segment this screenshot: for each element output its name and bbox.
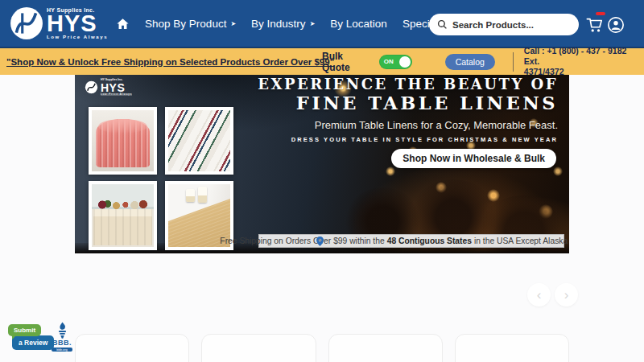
bulk-quote-toggle[interactable]: ON bbox=[379, 55, 412, 69]
brand-logo[interactable]: HY Supplies Inc. HYS Low Price Always bbox=[10, 6, 108, 40]
submit-review-badge[interactable]: Submit bbox=[8, 324, 41, 336]
location-pin-icon bbox=[316, 237, 324, 246]
brand-initials: HYS bbox=[47, 12, 108, 35]
shipping-note: Free Shipping on Orders Over $99 within … bbox=[258, 234, 564, 248]
thumb-buffet-tablecloth bbox=[89, 181, 157, 250]
divider bbox=[513, 52, 514, 72]
brand-logo-text: HY Supplies Inc. HYS Low Price Always bbox=[47, 7, 108, 39]
bbb-accreditation-badge[interactable]: BBB. bbb.org bbox=[52, 322, 72, 352]
cart-badge bbox=[596, 12, 605, 15]
shop-wholesale-button[interactable]: Shop Now in Wholesale & Bulk bbox=[391, 149, 556, 168]
trust-badges: Submit a Review BBB. bbb.org bbox=[6, 322, 71, 360]
home-icon[interactable] bbox=[116, 17, 130, 31]
hero-title-line-1: EXPERIENCE THE BEAUTY OF bbox=[258, 76, 558, 93]
nav-label: By Location bbox=[330, 18, 387, 30]
bbb-label: BBB. bbox=[52, 339, 72, 347]
carousel-next-button[interactable]: › bbox=[555, 283, 578, 306]
hero-title-line-2: FINE TABLE LINENS bbox=[258, 93, 558, 114]
nav-by-location[interactable]: By Location bbox=[330, 18, 387, 30]
thumb-round-tablecloth bbox=[89, 107, 157, 175]
catalog-button[interactable]: Catalog bbox=[445, 54, 495, 70]
brand-slogan: Low Price Always bbox=[47, 35, 108, 39]
account-icon bbox=[607, 16, 625, 34]
toggle-state-label: ON bbox=[384, 59, 394, 65]
hero-brand-slogan: Low Price Always bbox=[101, 93, 132, 96]
shipping-note-prefix: Free Shipping on Orders Over $99 within … bbox=[220, 237, 384, 245]
nav-label: By Industry bbox=[251, 18, 306, 30]
carousel-nav: ‹ › bbox=[527, 283, 578, 306]
phone-line-1: Call : +1 (800) - 437 - 9182 Ext. bbox=[524, 46, 644, 67]
search-bar[interactable] bbox=[429, 14, 579, 35]
header-icons bbox=[585, 16, 625, 37]
phone-number: Call : +1 (800) - 437 - 9182 Ext. 4371/4… bbox=[524, 46, 644, 77]
nav-label: Shop By Product bbox=[145, 18, 226, 30]
hero-brand-text: HY Supplies Inc. HYS Low Price Always bbox=[101, 79, 132, 96]
product-card-placeholder bbox=[455, 334, 569, 362]
hero-copy: EXPERIENCE THE BEAUTY OF FINE TABLE LINE… bbox=[258, 76, 558, 143]
nav-shop-by-product[interactable]: Shop By Product ➤ bbox=[145, 18, 236, 30]
product-card-placeholder bbox=[201, 334, 316, 362]
announcement-bar: "Shop Now & Unlock Free Shipping on Sele… bbox=[0, 48, 644, 75]
toggle-knob bbox=[399, 56, 411, 68]
main-nav: Shop By Product ➤ By Industry ➤ By Locat… bbox=[116, 17, 470, 31]
hero-subtitle: Premium Table Linens for a Cozy, Memorab… bbox=[258, 119, 558, 131]
shipping-note-bold: 48 Contiguous States bbox=[387, 237, 472, 245]
homepage: HY Supplies Inc. HYS Low Price Always Sh… bbox=[0, 0, 644, 362]
chevron-right-icon: ➤ bbox=[230, 21, 236, 27]
chevron-left-icon: ‹ bbox=[537, 288, 542, 302]
hero-banner: HY Supplies Inc. HYS Low Price Always EX… bbox=[75, 75, 569, 253]
bbb-torch-icon bbox=[56, 322, 68, 339]
search-input[interactable] bbox=[452, 20, 571, 30]
hero-brand-logo-icon bbox=[85, 80, 98, 94]
shipping-note-suffix: in the USA Except Alaska & Hawaii bbox=[474, 237, 569, 245]
chevron-right-icon: ➤ bbox=[310, 21, 316, 27]
cart-icon bbox=[585, 16, 604, 34]
candle-image bbox=[186, 189, 195, 202]
header: HY Supplies Inc. HYS Low Price Always Sh… bbox=[0, 0, 644, 48]
nav-by-industry[interactable]: By Industry ➤ bbox=[251, 18, 315, 30]
hero-brand-logo: HY Supplies Inc. HYS Low Price Always bbox=[85, 79, 132, 96]
product-cards-row bbox=[75, 334, 569, 362]
chevron-right-icon: › bbox=[564, 288, 569, 302]
buffet-table-image bbox=[93, 209, 151, 245]
search-icon bbox=[437, 19, 448, 30]
buffet-items-image bbox=[96, 200, 151, 209]
promo-link[interactable]: "Shop Now & Unlock Free Shipping on Sele… bbox=[6, 57, 334, 67]
bulk-quote-label: Bulk Quote bbox=[322, 51, 374, 73]
candle-image bbox=[198, 187, 207, 203]
napkin-rolls-image bbox=[168, 110, 230, 171]
carousel-prev-button[interactable]: ‹ bbox=[527, 283, 551, 306]
brand-logo-icon bbox=[10, 6, 43, 40]
hero-brand-initials: HYS bbox=[101, 82, 132, 93]
pink-tablecloth-image bbox=[96, 119, 149, 168]
bbb-site-label: bbb.org bbox=[52, 348, 72, 352]
product-card-placeholder bbox=[328, 334, 443, 362]
account-button[interactable] bbox=[607, 16, 625, 37]
announcement-controls: Bulk Quote ON Catalog Call : +1 (800) - … bbox=[322, 48, 644, 75]
cart-button[interactable] bbox=[585, 16, 604, 37]
thumb-striped-napkins bbox=[165, 107, 233, 175]
product-card-placeholder bbox=[75, 334, 189, 362]
hero-occasion-tagline: DRESS YOUR TABLE IN STYLE FOR CHRISTMAS … bbox=[258, 136, 558, 143]
